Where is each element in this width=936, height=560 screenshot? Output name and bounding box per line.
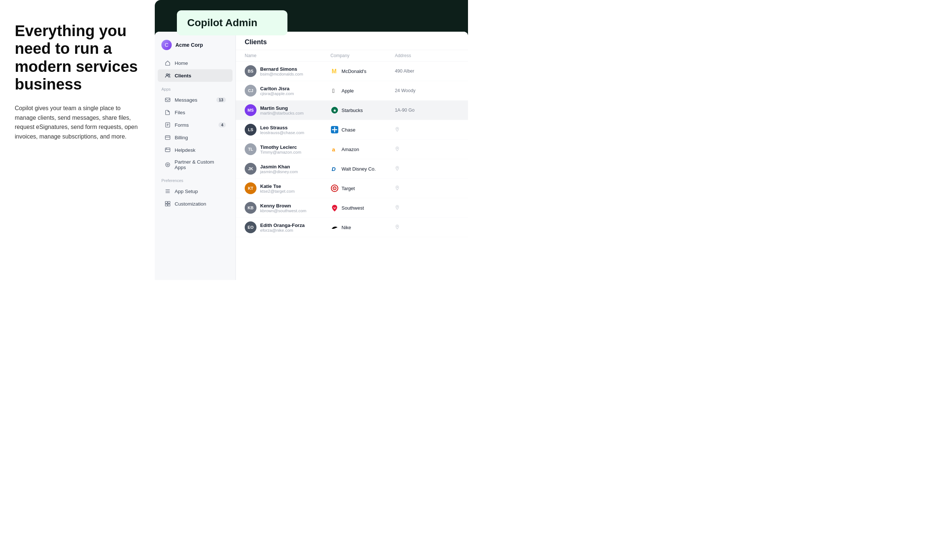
- address-cell: [395, 185, 459, 192]
- sidebar-logo[interactable]: C Acme Corp: [155, 38, 236, 57]
- home-icon: [164, 60, 171, 66]
- client-info: Leo Strauss leostrauss@chase.com: [260, 125, 304, 135]
- table-row[interactable]: BS Bernard Simons bsim@mcdonalds.com M M…: [236, 62, 468, 81]
- partner-apps-icon: [164, 162, 171, 168]
- company-name: Chase: [342, 127, 356, 132]
- client-email: jasmin@disney.com: [260, 169, 298, 174]
- sidebar-item-billing[interactable]: Billing: [158, 131, 232, 144]
- address-cell: [395, 146, 459, 152]
- avatar: MS: [245, 104, 257, 116]
- table-row[interactable]: EO Edith Oranga-Forza eforza@nike.com Ni…: [236, 218, 468, 237]
- client-info: Edith Oranga-Forza eforza@nike.com: [260, 223, 305, 232]
- sidebar-item-forms[interactable]: Forms 4: [158, 118, 232, 131]
- client-name-cell: BS Bernard Simons bsim@mcdonalds.com: [245, 65, 331, 77]
- forms-icon: [164, 122, 171, 128]
- address-text: 1A-90 Go: [395, 108, 414, 113]
- company-cell: Target: [331, 184, 395, 192]
- address-cell: 1A-90 Go: [395, 108, 459, 113]
- location-pin-icon: [395, 146, 400, 152]
- client-email: kbrown@southwest.com: [260, 209, 306, 213]
- svg-text:D: D: [332, 166, 336, 172]
- sidebar-item-messages[interactable]: Messages 13: [158, 94, 232, 106]
- svg-point-12: [165, 163, 169, 166]
- messages-badge: 13: [216, 97, 226, 102]
- company-cell: Southwest: [331, 204, 395, 212]
- app-setup-label: App Setup: [175, 189, 198, 194]
- company-logo-nike: [331, 223, 339, 231]
- address-text: 490 Alber: [395, 69, 414, 74]
- files-label: Files: [175, 110, 185, 115]
- customization-label: Customization: [175, 201, 206, 207]
- company-name: Starbucks: [342, 108, 363, 113]
- apps-section-label: Apps: [155, 82, 236, 94]
- table-body: BS Bernard Simons bsim@mcdonalds.com M M…: [236, 62, 468, 237]
- sidebar-item-home[interactable]: Home: [158, 57, 232, 69]
- home-label: Home: [175, 60, 188, 66]
- client-name-cell: EO Edith Oranga-Forza eforza@nike.com: [245, 222, 331, 233]
- svg-rect-20: [168, 204, 170, 206]
- client-name: Leo Strauss: [260, 125, 304, 131]
- sidebar-item-files[interactable]: Files: [158, 106, 232, 118]
- client-email: ktse2@target.com: [260, 189, 295, 194]
- client-info: Carlton Jisra cjisra@apple.com: [260, 86, 294, 96]
- table-row[interactable]: MS Martin Sung martin@starbucks.com ★ St…: [236, 101, 468, 120]
- company-name: Walt Disney Co.: [342, 166, 376, 172]
- clients-icon: [164, 72, 171, 79]
- main-content: Clients Name Company Address BS Bernard …: [236, 32, 468, 280]
- client-name: Carlton Jisra: [260, 86, 294, 91]
- table-row[interactable]: JK Jasmin Khan jasmin@disney.com D Walt …: [236, 159, 468, 179]
- company-name: Target: [342, 186, 355, 191]
- avatar: CJ: [245, 85, 257, 97]
- client-info: Jasmin Khan jasmin@disney.com: [260, 164, 298, 174]
- client-info: Timothy Leclerc Timmy@amazon.com: [260, 145, 302, 154]
- client-name: Timothy Leclerc: [260, 145, 302, 150]
- client-name-cell: LS Leo Strauss leostrauss@chase.com: [245, 124, 331, 135]
- svg-rect-17: [165, 202, 168, 204]
- table-row[interactable]: CJ Carlton Jisra cjisra@apple.com  Appl…: [236, 81, 468, 101]
- table-row[interactable]: TL Timothy Leclerc Timmy@amazon.com a Am…: [236, 140, 468, 159]
- billing-icon: [164, 134, 171, 141]
- admin-card-title: Copilot Admin: [187, 17, 277, 29]
- hero-description: Copilot gives your team a single place t…: [15, 103, 140, 141]
- company-name: Nike: [342, 225, 351, 230]
- company-cell: ★ Starbucks: [331, 106, 395, 114]
- svg-text:★: ★: [333, 108, 337, 113]
- billing-label: Billing: [175, 135, 188, 140]
- location-pin-icon: [395, 185, 400, 192]
- client-info: Martin Sung martin@starbucks.com: [260, 105, 304, 115]
- svg-rect-19: [165, 204, 168, 206]
- sidebar-item-app-setup[interactable]: App Setup: [158, 185, 232, 197]
- sidebar-item-partner-apps[interactable]: Partner & Custom Apps: [158, 156, 232, 173]
- table-header: Name Company Address: [236, 50, 468, 62]
- avatar: KT: [245, 182, 257, 194]
- left-panel: Everything you need to run a modern serv…: [0, 0, 155, 280]
- table-row[interactable]: KB Kenny Brown kbrown@southwest.com Sout…: [236, 198, 468, 218]
- svg-point-1: [168, 74, 170, 75]
- avatar: KB: [245, 202, 257, 214]
- client-name-cell: TL Timothy Leclerc Timmy@amazon.com: [245, 143, 331, 155]
- sidebar-item-clients[interactable]: Clients: [158, 69, 232, 82]
- helpdesk-label: Helpdesk: [175, 148, 195, 153]
- address-cell: [395, 225, 459, 231]
- client-name: Jasmin Khan: [260, 164, 298, 169]
- table-row[interactable]: LS Leo Strauss leostrauss@chase.com Chas…: [236, 120, 468, 140]
- client-info: Kenny Brown kbrown@southwest.com: [260, 203, 306, 213]
- admin-card: Copilot Admin: [177, 10, 288, 35]
- svg-point-0: [166, 74, 168, 75]
- messages-label: Messages: [175, 97, 197, 103]
- table-row[interactable]: KT Katie Tse ktse2@target.com Target: [236, 179, 468, 198]
- client-name: Edith Oranga-Forza: [260, 223, 305, 228]
- company-logo-disney: D: [331, 165, 339, 173]
- client-name: Kenny Brown: [260, 203, 306, 209]
- client-email: eforza@nike.com: [260, 228, 305, 232]
- client-name-cell: CJ Carlton Jisra cjisra@apple.com: [245, 85, 331, 97]
- col-header-address: Address: [395, 53, 459, 58]
- col-header-name: Name: [245, 53, 331, 58]
- page-title: Clients: [245, 38, 459, 46]
- sidebar-item-helpdesk[interactable]: Helpdesk: [158, 144, 232, 156]
- company-name: Southwest: [342, 205, 364, 211]
- company-cell: a Amazon: [331, 145, 395, 153]
- company-name: McDonald's: [342, 69, 366, 74]
- svg-rect-2: [165, 98, 170, 102]
- sidebar-item-customization[interactable]: Customization: [158, 197, 232, 210]
